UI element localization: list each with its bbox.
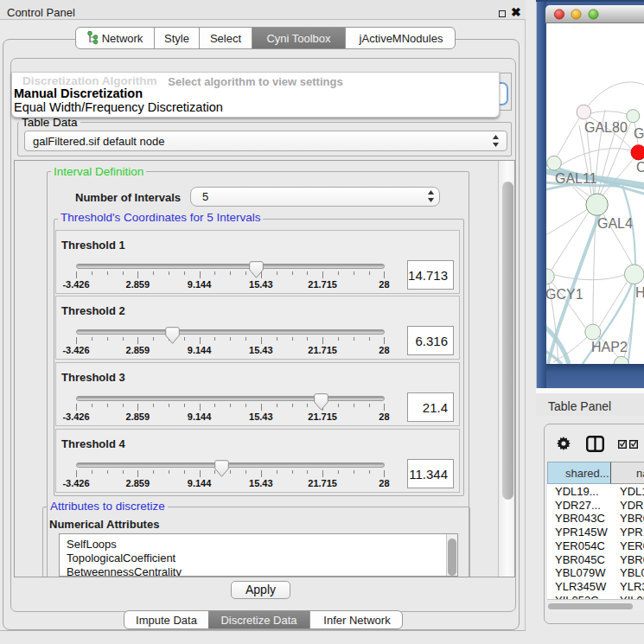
svg-text:GAL4: GAL4 (597, 216, 633, 231)
svg-text:GAL80: GAL80 (584, 120, 628, 135)
svg-text:H: H (635, 285, 644, 300)
svg-text:GA: GA (634, 126, 644, 141)
svg-text:GCY1: GCY1 (546, 287, 583, 302)
svg-text:HAP2: HAP2 (591, 340, 628, 354)
svg-text:C: C (636, 160, 644, 175)
svg-text:GAL11: GAL11 (555, 171, 597, 186)
